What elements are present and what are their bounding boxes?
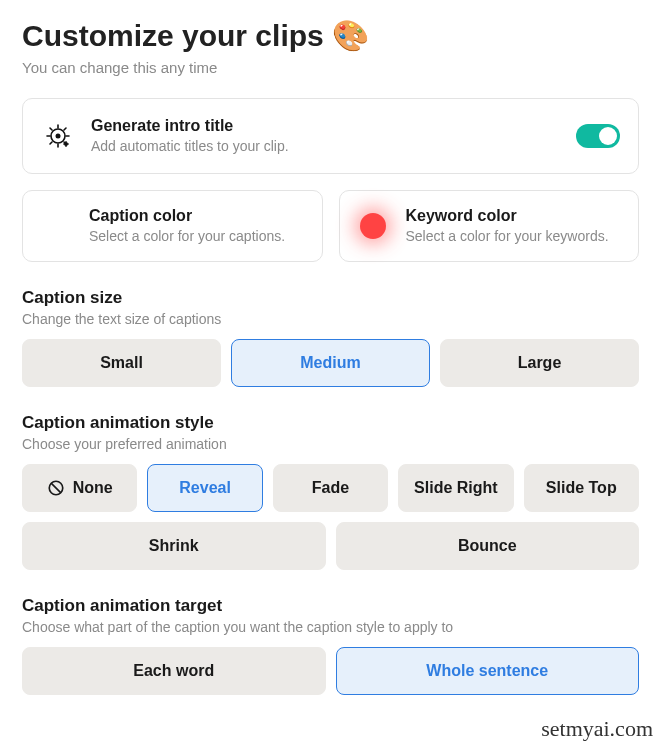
animation-target-desc: Choose what part of the caption you want… [22, 619, 639, 635]
anim-none-label: None [73, 479, 113, 497]
anim-shrink[interactable]: Shrink [22, 522, 326, 570]
caption-size-small-label: Small [100, 354, 143, 372]
caption-size-large[interactable]: Large [440, 339, 639, 387]
animation-style-desc: Choose your preferred animation [22, 436, 639, 452]
animation-target-title: Caption animation target [22, 596, 639, 616]
anim-slide-right-label: Slide Right [414, 479, 498, 497]
target-whole-sentence-label: Whole sentence [426, 662, 548, 680]
anim-slide-right[interactable]: Slide Right [398, 464, 513, 512]
keyword-color-card[interactable]: Keyword color Select a color for your ke… [339, 190, 640, 262]
palette-emoji: 🎨 [332, 18, 369, 53]
intro-icon [41, 124, 75, 148]
caption-size-desc: Change the text size of captions [22, 311, 639, 327]
caption-size-medium[interactable]: Medium [231, 339, 430, 387]
intro-title-label: Generate intro title [91, 117, 560, 135]
anim-bounce-label: Bounce [458, 537, 517, 555]
intro-title-card: Generate intro title Add automatic title… [22, 98, 639, 174]
caption-size-medium-label: Medium [300, 354, 360, 372]
keyword-color-title: Keyword color [406, 207, 623, 225]
anim-none[interactable]: None [22, 464, 137, 512]
anim-slide-top-label: Slide Top [546, 479, 617, 497]
intro-title-desc: Add automatic titles to your clip. [91, 137, 560, 155]
anim-fade[interactable]: Fade [273, 464, 388, 512]
svg-line-4 [51, 484, 61, 494]
page-title-text: Customize your clips [22, 19, 324, 53]
anim-slide-top[interactable]: Slide Top [524, 464, 639, 512]
caption-color-desc: Select a color for your captions. [89, 227, 306, 245]
anim-fade-label: Fade [312, 479, 349, 497]
anim-shrink-label: Shrink [149, 537, 199, 555]
caption-color-card[interactable]: Caption color Select a color for your ca… [22, 190, 323, 262]
page-subtitle: You can change this any time [22, 59, 639, 76]
caption-size-title: Caption size [22, 288, 639, 308]
none-icon [47, 479, 65, 497]
caption-size-large-label: Large [518, 354, 562, 372]
target-whole-sentence[interactable]: Whole sentence [336, 647, 640, 695]
intro-title-toggle[interactable] [576, 124, 620, 148]
anim-reveal[interactable]: Reveal [147, 464, 262, 512]
target-each-word[interactable]: Each word [22, 647, 326, 695]
keyword-color-swatch [356, 213, 390, 239]
caption-color-title: Caption color [89, 207, 306, 225]
anim-bounce[interactable]: Bounce [336, 522, 640, 570]
caption-size-small[interactable]: Small [22, 339, 221, 387]
anim-reveal-label: Reveal [179, 479, 231, 497]
caption-color-swatch [39, 213, 73, 239]
target-each-word-label: Each word [133, 662, 214, 680]
keyword-color-desc: Select a color for your keywords. [406, 227, 623, 245]
svg-point-1 [56, 134, 61, 139]
page-title: Customize your clips 🎨 [22, 18, 639, 53]
animation-style-title: Caption animation style [22, 413, 639, 433]
